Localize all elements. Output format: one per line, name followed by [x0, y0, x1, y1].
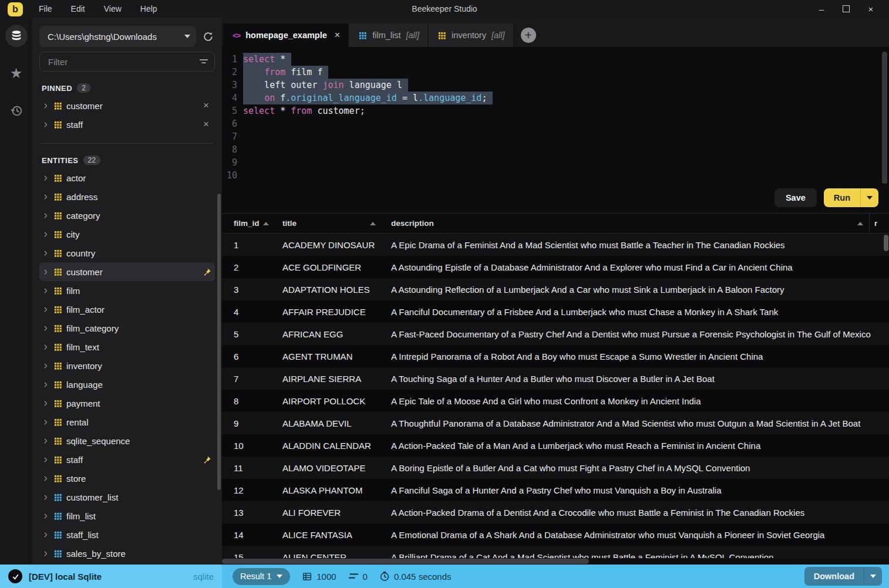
menu-file[interactable]: File — [31, 2, 60, 16]
chevron-right-icon[interactable] — [42, 381, 49, 388]
close-button[interactable]: × — [861, 2, 881, 16]
sidebar-item-customer[interactable]: customer — [39, 262, 215, 281]
table-row[interactable]: 2ACE GOLDFINGERA Astounding Epistle of a… — [222, 256, 889, 278]
tab-inventory[interactable]: inventory[all] — [428, 23, 513, 47]
tab-film_list[interactable]: film_list[all] — [349, 23, 428, 47]
sidebar-item-film[interactable]: film — [39, 281, 215, 300]
maximize-button[interactable] — [836, 2, 856, 16]
chevron-right-icon[interactable] — [42, 550, 49, 557]
query-duration: 0.045 seconds — [379, 571, 452, 582]
tab-close-icon[interactable]: × — [335, 30, 340, 40]
download-button[interactable]: Download — [804, 567, 864, 586]
refresh-button[interactable] — [201, 29, 215, 43]
database-selector[interactable]: C:\Users\ghstng\Downloads — [39, 26, 196, 47]
sidebar-item-country[interactable]: country — [39, 244, 215, 262]
column-header-description[interactable]: description — [391, 219, 869, 228]
chevron-right-icon[interactable] — [42, 212, 49, 219]
menu-view[interactable]: View — [96, 2, 129, 16]
sidebar-item-language[interactable]: language — [39, 375, 215, 394]
download-options-button[interactable] — [864, 567, 882, 586]
chevron-right-icon[interactable] — [42, 268, 49, 276]
sidebar-item-sqlite_sequence[interactable]: sqlite_sequence — [39, 431, 215, 450]
chevron-right-icon[interactable] — [42, 362, 49, 370]
sidebar-item-staff[interactable]: staff — [39, 450, 215, 469]
scrollbar-handle[interactable] — [222, 559, 589, 564]
sidebar-item-film_text[interactable]: film_text — [39, 337, 215, 356]
table-row[interactable]: 8AIRPORT POLLOCKA Epic Tale of a Moose A… — [222, 390, 889, 412]
sidebar-scrollbar[interactable] — [217, 194, 221, 490]
chevron-right-icon[interactable] — [42, 193, 49, 201]
chevron-right-icon[interactable] — [42, 418, 49, 426]
entity-label: film — [66, 286, 211, 296]
sidebar-item-staff_list[interactable]: staff_list — [39, 525, 215, 544]
chevron-right-icon[interactable] — [42, 306, 49, 313]
menu-help[interactable]: Help — [133, 2, 165, 16]
sidebar-item-category[interactable]: category — [39, 206, 215, 225]
chevron-right-icon[interactable] — [42, 343, 49, 351]
sidebar-item-payment[interactable]: payment — [39, 394, 215, 413]
unpin-close-icon[interactable]: × — [201, 100, 211, 111]
table-row[interactable]: 6AGENT TRUMANA Intrepid Panorama of a Ro… — [222, 345, 889, 367]
minimize-button[interactable]: – — [811, 2, 831, 16]
column-header-title[interactable]: title — [282, 219, 391, 228]
history-nav-button[interactable] — [5, 100, 28, 122]
chevron-right-icon[interactable] — [42, 437, 49, 445]
column-header-next-partial[interactable]: r — [869, 214, 889, 233]
table-row[interactable]: 1ACADEMY DINOSAURA Epic Drama of a Femin… — [222, 234, 889, 256]
chevron-right-icon[interactable] — [42, 121, 49, 129]
sidebar-item-inventory[interactable]: inventory — [39, 356, 215, 375]
table-row[interactable]: 11ALAMO VIDEOTAPEA Boring Epistle of a B… — [222, 457, 889, 479]
chevron-right-icon[interactable] — [42, 400, 49, 407]
table-row[interactable]: 14ALICE FANTASIAA Emotional Drama of a A… — [222, 523, 889, 546]
favorites-nav-button[interactable]: ★ — [5, 62, 28, 85]
tables-nav-button[interactable] — [5, 25, 28, 47]
column-header-film-id[interactable]: film_id — [222, 219, 282, 228]
chevron-right-icon[interactable] — [42, 174, 49, 182]
chevron-right-icon[interactable] — [42, 531, 49, 539]
table-row[interactable]: 3ADAPTATION HOLESA Astounding Reflection… — [222, 278, 889, 300]
results-horizontal-scrollbar[interactable] — [222, 558, 889, 565]
sidebar-item-rental[interactable]: rental — [39, 413, 215, 431]
new-tab-button[interactable]: + — [521, 28, 536, 43]
pinned-item-customer[interactable]: customer× — [39, 96, 215, 115]
chevron-right-icon[interactable] — [42, 494, 49, 501]
chevron-right-icon[interactable] — [42, 287, 49, 295]
filter-input[interactable] — [48, 57, 199, 67]
sql-editor[interactable]: 1select *2 from film f3 left outer join … — [222, 47, 889, 213]
table-row[interactable]: 10ALADDIN CALENDARA Action-Packed Tale o… — [222, 434, 889, 457]
table-row[interactable]: 13ALI FOREVERA Action-Packed Drama of a … — [222, 501, 889, 523]
run-button[interactable]: Run — [824, 188, 860, 207]
sidebar-item-customer_list[interactable]: customer_list — [39, 488, 215, 506]
sidebar-item-address[interactable]: address — [39, 187, 215, 206]
sidebar-item-store[interactable]: store — [39, 469, 215, 488]
left-rail: ★ — [0, 18, 32, 565]
sidebar-item-film_actor[interactable]: film_actor — [39, 300, 215, 319]
sidebar-item-sales_by_store[interactable]: sales_by_store — [39, 544, 215, 563]
chevron-right-icon[interactable] — [42, 249, 49, 257]
chevron-right-icon[interactable] — [42, 231, 49, 238]
result-selector[interactable]: Result 1 — [233, 568, 290, 585]
table-row[interactable]: 4AFFAIR PREJUDICEA Fanciful Documentary … — [222, 300, 889, 323]
chevron-right-icon[interactable] — [42, 325, 49, 332]
sidebar-item-film_category[interactable]: film_category — [39, 319, 215, 337]
table-row[interactable]: 5AFRICAN EGGA Fast-Paced Documentary of … — [222, 323, 889, 345]
results-vertical-scrollbar[interactable] — [884, 235, 888, 251]
sidebar-item-film_list[interactable]: film_list — [39, 506, 215, 525]
sidebar-item-actor[interactable]: actor — [39, 168, 215, 187]
table-row[interactable]: 9ALABAMA DEVILA Thoughtful Panorama of a… — [222, 412, 889, 434]
beekeeper-logo-icon: b — [8, 2, 23, 16]
unpin-close-icon[interactable]: × — [201, 119, 211, 130]
table-row[interactable]: 12ALASKA PHANTOMA Fanciful Saga of a Hun… — [222, 479, 889, 501]
table-row[interactable]: 7AIRPLANE SIERRAA Touching Saga of a Hun… — [222, 367, 889, 390]
menu-edit[interactable]: Edit — [63, 2, 93, 16]
chevron-right-icon[interactable] — [42, 475, 49, 482]
save-button[interactable]: Save — [774, 188, 817, 207]
run-options-button[interactable] — [860, 188, 878, 207]
chevron-right-icon[interactable] — [42, 456, 49, 464]
sidebar-item-city[interactable]: city — [39, 225, 215, 244]
chevron-right-icon[interactable] — [42, 102, 49, 110]
editor-scrollbar[interactable] — [882, 52, 887, 184]
tab-homepage_example[interactable]: <>homepage_example× — [223, 23, 349, 47]
chevron-right-icon[interactable] — [42, 512, 49, 520]
pinned-item-staff[interactable]: staff× — [39, 115, 215, 134]
